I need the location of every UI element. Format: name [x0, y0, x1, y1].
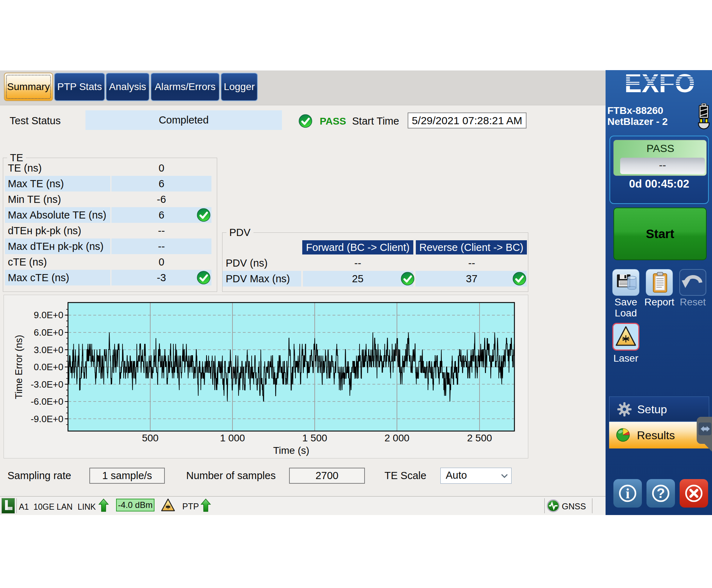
svg-text:9.0E+0: 9.0E+0: [34, 310, 63, 320]
svg-text:Time (s): Time (s): [273, 445, 309, 456]
svg-text:i: i: [625, 485, 629, 502]
svg-text:1 000: 1 000: [220, 432, 245, 443]
svg-text:Time Error (ns): Time Error (ns): [14, 335, 24, 399]
svg-text:2 000: 2 000: [384, 432, 409, 443]
svg-text:2 500: 2 500: [467, 432, 492, 443]
svg-text:?: ?: [656, 486, 665, 501]
svg-text:6.0E+0: 6.0E+0: [34, 327, 63, 338]
svg-text:1 500: 1 500: [302, 432, 327, 443]
svg-text:3.0E+0: 3.0E+0: [34, 345, 63, 355]
svg-text:-6.0E+0: -6.0E+0: [31, 396, 63, 407]
svg-text:-9.0E+0: -9.0E+0: [31, 414, 63, 424]
svg-text:500: 500: [142, 432, 159, 443]
svg-text:-3.0E+0: -3.0E+0: [31, 379, 63, 390]
svg-text:0.0E+0: 0.0E+0: [34, 362, 63, 372]
